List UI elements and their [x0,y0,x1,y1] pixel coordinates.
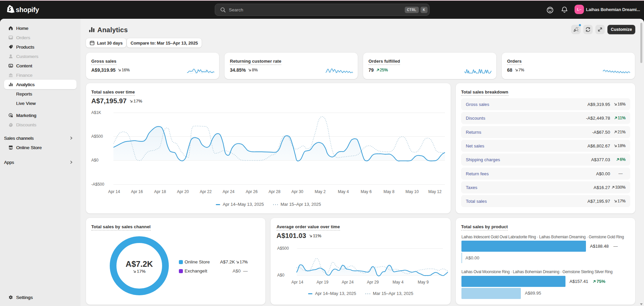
svg-text:shopify: shopify [16,6,39,13]
